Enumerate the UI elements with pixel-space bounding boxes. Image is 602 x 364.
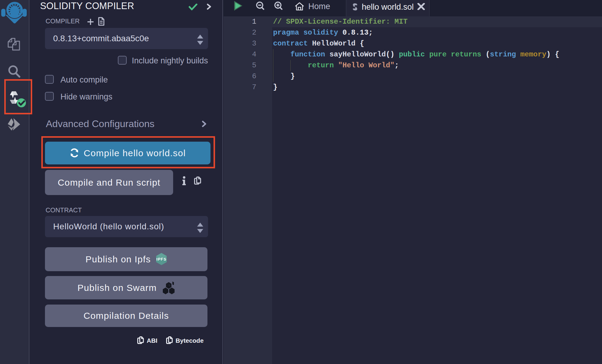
- svg-text:IPFS: IPFS: [156, 257, 167, 261]
